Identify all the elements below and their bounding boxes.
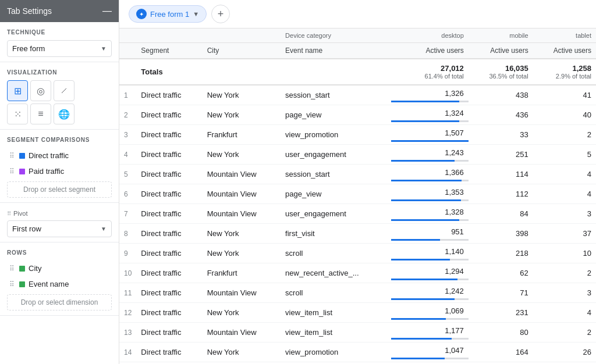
tab-icon: ✦ bbox=[136, 9, 147, 19]
pivot-dropdown[interactable]: First row ▼ bbox=[7, 220, 112, 237]
technique-section: TECHNIQUE Free form ▼ bbox=[0, 22, 119, 62]
main-panel: ✦ Free form 1 ▼ + Device category deskto… bbox=[119, 0, 596, 364]
row-segment: Direct traffic bbox=[136, 244, 202, 263]
segment-color-direct bbox=[19, 153, 25, 159]
row-name-event: Event name bbox=[29, 280, 69, 288]
col-header-city[interactable]: City bbox=[203, 43, 281, 59]
row-num: 1 bbox=[119, 85, 136, 105]
row-segment: Direct traffic bbox=[136, 342, 202, 362]
tab-label: Free form 1 bbox=[150, 10, 189, 19]
row-segment: Direct traffic bbox=[136, 303, 202, 323]
row-desktop: 1,328 bbox=[391, 204, 469, 224]
viz-line-btn[interactable]: ⟋ bbox=[54, 80, 74, 101]
totals-tablet: 1,258 2.9% of total bbox=[533, 59, 596, 85]
row-event: user_engagement bbox=[281, 204, 391, 224]
data-table-container[interactable]: Device category desktop mobile tablet Se… bbox=[119, 28, 596, 364]
drop-dimension-box[interactable]: Drop or select dimension bbox=[7, 294, 112, 311]
pivot-chevron-icon: ▼ bbox=[101, 226, 107, 232]
row-tablet: 3 bbox=[533, 283, 596, 303]
row-event: view_promotion bbox=[281, 342, 391, 362]
topbar: ✦ Free form 1 ▼ + bbox=[119, 0, 596, 28]
row-tablet: 2 bbox=[533, 323, 596, 342]
row-segment: Direct traffic bbox=[136, 145, 202, 165]
row-tablet: 10 bbox=[533, 244, 596, 263]
table-row: 3 Direct traffic Frankfurt view_promotio… bbox=[119, 125, 596, 145]
table-body: Totals 27,012 61.4% of total 16,035 36.5… bbox=[119, 59, 596, 362]
pivot-value: First row bbox=[12, 224, 41, 233]
span-header-empty3 bbox=[203, 28, 281, 43]
row-desktop: 951 bbox=[391, 224, 469, 244]
row-segment: Direct traffic bbox=[136, 125, 202, 145]
row-tablet: 40 bbox=[533, 105, 596, 125]
row-event: first_visit bbox=[281, 224, 391, 244]
row-segment: Direct traffic bbox=[136, 184, 202, 204]
row-segment: Direct traffic bbox=[136, 85, 202, 105]
viz-scatter-btn[interactable]: ⁙ bbox=[7, 104, 28, 124]
segment-item-paid: ⠿ Paid traffic bbox=[7, 163, 112, 179]
technique-value: Free form bbox=[12, 44, 45, 53]
row-mobile: 398 bbox=[469, 224, 533, 244]
row-num: 6 bbox=[119, 184, 136, 204]
row-tablet: 4 bbox=[533, 303, 596, 323]
segment-item-direct: ⠿ Direct traffic bbox=[7, 148, 112, 163]
totals-label: Totals bbox=[136, 59, 391, 85]
viz-donut-btn[interactable]: ◎ bbox=[30, 80, 51, 101]
row-color-event bbox=[19, 281, 25, 287]
row-city: New York bbox=[203, 303, 281, 323]
col-header-event[interactable]: Event name bbox=[281, 43, 391, 59]
data-table: Device category desktop mobile tablet Se… bbox=[119, 28, 596, 362]
totals-mobile: 16,035 36.5% of total bbox=[469, 59, 533, 85]
row-mobile: 80 bbox=[469, 323, 533, 342]
row-city: Mountain View bbox=[203, 283, 281, 303]
row-num: 8 bbox=[119, 224, 136, 244]
row-segment: Direct traffic bbox=[136, 283, 202, 303]
row-num: 10 bbox=[119, 263, 136, 283]
chevron-down-icon: ▼ bbox=[101, 45, 107, 52]
rows-section: ROWS ⠿ City ⠿ Event name Drop or select … bbox=[0, 242, 119, 316]
table-row: 6 Direct traffic Mountain View page_view… bbox=[119, 184, 596, 204]
row-item-event: ⠿ Event name bbox=[7, 276, 112, 292]
row-city: Mountain View bbox=[203, 165, 281, 184]
row-desktop: 1,047 bbox=[391, 342, 469, 362]
viz-geo-btn[interactable]: 🌐 bbox=[54, 104, 74, 124]
free-form-tab[interactable]: ✦ Free form 1 ▼ bbox=[129, 5, 207, 23]
viz-table-btn[interactable]: ⊞ bbox=[7, 80, 28, 101]
row-city: New York bbox=[203, 342, 281, 362]
table-row: 9 Direct traffic New York scroll 1,140 2… bbox=[119, 244, 596, 263]
row-mobile: 164 bbox=[469, 342, 533, 362]
drag-icon-direct: ⠿ bbox=[9, 152, 15, 160]
row-tablet: 4 bbox=[533, 184, 596, 204]
row-item-city: ⠿ City bbox=[7, 260, 112, 276]
row-num: 12 bbox=[119, 303, 136, 323]
row-segment: Direct traffic bbox=[136, 263, 202, 283]
row-num: 11 bbox=[119, 283, 136, 303]
row-num: 4 bbox=[119, 145, 136, 165]
add-tab-button[interactable]: + bbox=[211, 5, 230, 23]
row-segment: Direct traffic bbox=[136, 105, 202, 125]
drag-icon-city: ⠿ bbox=[9, 265, 15, 273]
row-tablet: 2 bbox=[533, 263, 596, 283]
segment-name-paid: Paid traffic bbox=[29, 167, 64, 176]
drop-segment-box[interactable]: Drop or select segment bbox=[7, 181, 112, 198]
table-row: 1 Direct traffic New York session_start … bbox=[119, 85, 596, 105]
technique-dropdown[interactable]: Free form ▼ bbox=[7, 40, 112, 57]
col-header-mobile-users[interactable]: Active users bbox=[469, 43, 533, 59]
row-mobile: 33 bbox=[469, 125, 533, 145]
row-desktop: 1,326 bbox=[391, 85, 469, 105]
col-header-num bbox=[119, 43, 136, 59]
table-row: 14 Direct traffic New York view_promotio… bbox=[119, 342, 596, 362]
row-mobile: 62 bbox=[469, 263, 533, 283]
row-city: Mountain View bbox=[203, 204, 281, 224]
col-header-segment[interactable]: Segment bbox=[136, 43, 202, 59]
row-tablet: 4 bbox=[533, 165, 596, 184]
pivot-dots-icon: ⠿ bbox=[7, 210, 11, 217]
col-header-tablet-users[interactable]: Active users bbox=[533, 43, 596, 59]
sidebar: Tab Settings — TECHNIQUE Free form ▼ VIS… bbox=[0, 0, 119, 364]
row-mobile: 112 bbox=[469, 184, 533, 204]
viz-bar-btn[interactable]: ≡ bbox=[30, 104, 51, 124]
minimize-icon[interactable]: — bbox=[102, 6, 112, 16]
col-header-desktop-users[interactable]: Active users bbox=[391, 43, 469, 59]
drag-icon-paid: ⠿ bbox=[9, 167, 15, 176]
col-header-row: Segment City Event name Active users Act… bbox=[119, 43, 596, 59]
row-tablet: 26 bbox=[533, 342, 596, 362]
